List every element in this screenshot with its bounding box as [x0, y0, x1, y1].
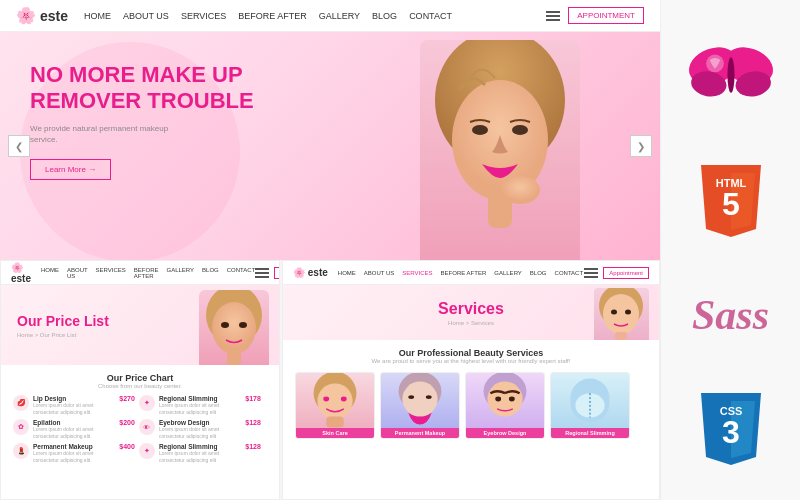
brand-name: este: [40, 8, 68, 24]
hero-cta-button[interactable]: Learn More →: [30, 159, 111, 180]
price-item: ✦ Regional Slimming Lorem ipsum dolor si…: [139, 443, 261, 463]
price-screen: 🌸 este HOME ABOUT US SERVICES BEFORE AFT…: [0, 260, 280, 500]
price-item-desc: Lorem ipsum dolor sit amet consectetur a…: [33, 450, 115, 463]
eyebrow-icon: 👁: [139, 419, 155, 435]
hero-section: 🌸 este HOME ABOUT US SERVICES BEFORE AFT…: [0, 0, 660, 260]
price-item-name: Lip Design: [33, 395, 115, 402]
service-card-permanent-img: [381, 373, 459, 428]
main-content: 🌸 este HOME ABOUT US SERVICES BEFORE AFT…: [0, 0, 660, 500]
svg-point-27: [495, 397, 501, 402]
svg-text:CSS: CSS: [719, 405, 742, 417]
price-item-desc: Lorem ipsum dolor sit amet consectetur a…: [159, 426, 241, 439]
price-item-value: $270: [119, 395, 135, 402]
nav-home[interactable]: HOME: [84, 11, 111, 21]
svg-point-23: [408, 395, 414, 399]
price-item-info: Eyebrow Design Lorem ipsum dolor sit ame…: [159, 419, 241, 439]
hero-prev-arrow[interactable]: ❮: [8, 135, 30, 157]
services-body: Our Professional Beauty Services We are …: [283, 340, 659, 447]
price-nav-about[interactable]: ABOUT US: [67, 267, 88, 279]
model-svg: [420, 40, 580, 260]
price-chart-subtitle: Choose from our beauty center.: [13, 383, 267, 389]
price-nav-blog[interactable]: BLOG: [202, 267, 219, 279]
price-item-desc: Lorem ipsum dolor sit amet consectetur a…: [159, 450, 241, 463]
nav-services[interactable]: SERVICES: [181, 11, 226, 21]
hero-body: ❮ No More Make Up Remover Trouble We pro…: [0, 32, 660, 260]
svc-nav-services[interactable]: SERVICES: [402, 270, 432, 276]
svg-point-9: [239, 322, 247, 328]
svc-nav-before[interactable]: BEFORE AFTER: [441, 270, 487, 276]
price-item-info: Regional Slimming Lorem ipsum dolor sit …: [159, 443, 241, 463]
service-card-slimming-img: [551, 373, 629, 428]
hero-logo: 🌸 este: [16, 6, 68, 25]
price-nav-gallery[interactable]: GALLERY: [166, 267, 194, 279]
svc-nav-gallery[interactable]: GALLERY: [494, 270, 522, 276]
price-logo: 🌸 este: [11, 262, 31, 284]
services-logo: 🌸 este: [293, 267, 328, 278]
skin-card-label: Skin Care: [296, 428, 374, 438]
price-appointment-button[interactable]: Appointment: [274, 267, 280, 279]
sass-logo-container: Sass: [686, 288, 776, 343]
nav-contact[interactable]: CONTACT: [409, 11, 452, 21]
price-item-info: Regional Slimming Lorem ipsum dolor sit …: [159, 395, 241, 415]
css3-badge-container: 3 CSS: [681, 393, 781, 465]
price-hamburger-icon[interactable]: [255, 268, 269, 278]
svc-nav-home[interactable]: HOME: [338, 270, 356, 276]
svc-nav-about[interactable]: ABOUT US: [364, 270, 395, 276]
price-nav-home[interactable]: HOME: [41, 267, 59, 279]
service-card-slimming[interactable]: Regional Slimming: [550, 372, 630, 439]
hero-model: [420, 40, 580, 260]
price-item-value: $200: [119, 419, 135, 426]
nav-before-after[interactable]: BEFORE AFTER: [238, 11, 307, 21]
price-nav-services[interactable]: SERVICES: [96, 267, 126, 279]
price-item-desc: Lorem ipsum dolor sit amet consectetur a…: [33, 426, 115, 439]
butterfly-svg: [686, 35, 776, 115]
price-nav-contact[interactable]: CONTACT: [227, 267, 256, 279]
css3-badge-svg: 3 CSS: [701, 393, 761, 465]
price-nav-right: Appointment: [255, 267, 280, 279]
slimming-card-label: Regional Slimming: [551, 428, 629, 438]
nav-gallery[interactable]: GALLERY: [319, 11, 360, 21]
services-body-title: Our Professional Beauty Services: [295, 348, 647, 358]
services-body-subtitle: We are proud to serve you at the highest…: [295, 358, 647, 364]
html5-badge-svg: 5 HTML: [701, 165, 761, 237]
svc-hamburger-icon[interactable]: [584, 268, 598, 278]
svg-point-24: [426, 395, 432, 399]
epil-icon: ✿: [13, 419, 29, 435]
price-item-info: Epilation Lorem ipsum dolor sit amet con…: [33, 419, 115, 439]
hero-text-area: No More Make Up Remover Trouble We provi…: [30, 62, 254, 180]
price-item: 💄 Permanent Makeup Lorem ipsum dolor sit…: [13, 443, 135, 463]
svg-point-36: [727, 57, 734, 93]
price-hero-title: Our Price List: [17, 313, 109, 329]
price-item-value: $128: [245, 419, 261, 426]
services-nav-right: Appointment: [584, 267, 649, 279]
price-item: ✿ Epilation Lorem ipsum dolor sit amet c…: [13, 419, 135, 439]
nav-about[interactable]: ABOUT US: [123, 11, 169, 21]
hamburger-icon[interactable]: [546, 11, 560, 21]
services-cards: Skin Care Permanent Makeu: [295, 372, 647, 439]
price-item-desc: Lorem ipsum dolor sit amet consectetur a…: [33, 402, 115, 415]
eyebrow-card-label: Eyebrow Design: [466, 428, 544, 438]
svg-point-3: [472, 125, 488, 135]
price-model-svg: [199, 290, 269, 365]
hero-next-arrow[interactable]: ❯: [630, 135, 652, 157]
svc-nav-contact[interactable]: CONTACT: [555, 270, 584, 276]
services-appointment-button[interactable]: Appointment: [603, 267, 649, 279]
service-card-skin[interactable]: Skin Care: [295, 372, 375, 439]
price-nav-before[interactable]: BEFORE AFTER: [134, 267, 159, 279]
svg-text:5: 5: [722, 186, 740, 222]
services-navbar: 🌸 este HOME ABOUT US SERVICES BEFORE AFT…: [283, 261, 659, 285]
svc-nav-blog[interactable]: BLOG: [530, 270, 547, 276]
sass-logo-text: Sass: [692, 294, 769, 336]
svg-point-8: [221, 322, 229, 328]
svg-point-5: [500, 176, 540, 204]
slim-icon: ✦: [139, 395, 155, 411]
service-card-permanent[interactable]: Permanent Makeup: [380, 372, 460, 439]
appointment-button[interactable]: Appointment: [568, 7, 644, 24]
price-item: 💋 Lip Design Lorem ipsum dolor sit amet …: [13, 395, 135, 415]
svg-point-18: [323, 397, 329, 402]
svg-point-22: [402, 381, 437, 416]
svg-rect-10: [227, 350, 241, 365]
service-card-eyebrow[interactable]: Eyebrow Design: [465, 372, 545, 439]
nav-blog[interactable]: BLOG: [372, 11, 397, 21]
price-navbar: 🌸 este HOME ABOUT US SERVICES BEFORE AFT…: [1, 261, 279, 285]
